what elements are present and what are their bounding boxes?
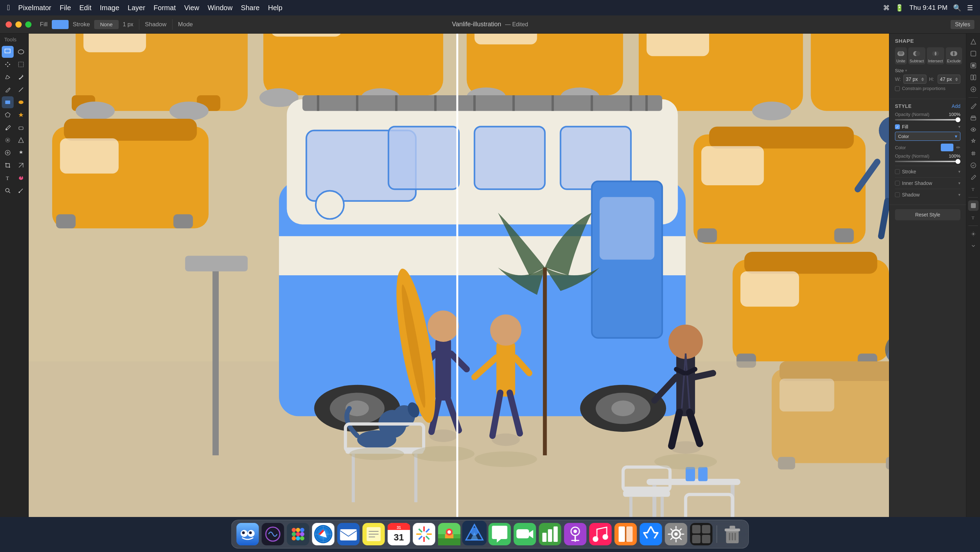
edge-tool-layers[interactable]	[968, 112, 978, 123]
dock-maps[interactable]	[438, 523, 461, 546]
dock-notes[interactable]	[363, 523, 385, 546]
tool-sharpen[interactable]	[15, 134, 27, 146]
dock-books[interactable]	[615, 523, 637, 546]
dock-mail[interactable]	[337, 523, 360, 546]
dock-facetime[interactable]	[514, 523, 536, 546]
tool-freeform[interactable]	[15, 172, 27, 184]
tool-rect-shape[interactable]	[2, 96, 14, 108]
tool-select-ellipse[interactable]	[15, 46, 27, 58]
menu-file[interactable]: File	[60, 4, 71, 12]
color-edit-button[interactable]: ✏	[956, 145, 960, 150]
tool-star[interactable]	[15, 109, 27, 121]
edge-tool-sparkle[interactable]	[968, 229, 978, 239]
color-swatch[interactable]	[941, 144, 953, 151]
notification-icon[interactable]: ☰	[967, 4, 973, 12]
tool-eyedropper[interactable]	[15, 71, 27, 83]
tool-blur[interactable]	[2, 134, 14, 146]
tool-clone[interactable]	[2, 147, 14, 159]
dock-photos2[interactable]	[690, 523, 713, 546]
dock-trash[interactable]	[721, 523, 744, 546]
dock-settings[interactable]	[665, 523, 687, 546]
tool-brush[interactable]	[2, 121, 14, 134]
dock-appstore[interactable]	[640, 523, 662, 546]
fill-opacity-thumb[interactable]	[956, 159, 960, 164]
width-stepper[interactable]	[921, 77, 924, 81]
opacity-thumb[interactable]	[956, 117, 960, 122]
fill-type-dropdown[interactable]: Color ▾	[895, 132, 960, 141]
add-style-button[interactable]: Add	[951, 103, 960, 109]
edge-tool-eye[interactable]	[968, 124, 978, 135]
edge-tool-type2[interactable]: T	[968, 212, 978, 223]
fullscreen-button[interactable]	[25, 21, 32, 28]
tool-zoom[interactable]	[2, 185, 14, 196]
tool-polygon[interactable]	[2, 109, 14, 121]
edge-tool-4[interactable]	[968, 72, 978, 83]
tool-eraser[interactable]	[15, 121, 27, 134]
dock-pixelmator[interactable]	[462, 521, 487, 546]
dock-finder[interactable]	[237, 523, 259, 546]
edge-tool-magic[interactable]	[968, 136, 978, 147]
menu-pixelmator[interactable]: Pixelmator	[18, 4, 51, 12]
tool-pen[interactable]	[2, 84, 14, 96]
menu-share[interactable]: Share	[241, 4, 259, 12]
tool-distort[interactable]	[15, 59, 27, 70]
menu-format[interactable]: Format	[154, 4, 176, 12]
dock-calendar[interactable]: 3131	[388, 523, 410, 546]
search-icon[interactable]: 🔍	[953, 4, 961, 12]
fill-opacity-slider[interactable]	[895, 161, 960, 162]
unite-button[interactable]: Unite	[895, 47, 907, 64]
dock-launchpad[interactable]	[287, 523, 309, 546]
styles-button[interactable]: Styles	[951, 20, 974, 29]
height-stepper[interactable]	[955, 77, 958, 81]
edge-tool-shape[interactable]	[968, 200, 978, 211]
stroke-checkbox[interactable]	[895, 169, 900, 174]
intersect-button[interactable]: Intersect	[927, 47, 944, 64]
dock-podcasts[interactable]	[564, 523, 587, 546]
edge-tool-1[interactable]	[968, 37, 978, 47]
tool-ellipse-shape[interactable]	[15, 96, 27, 108]
edge-tool-fx[interactable]	[968, 160, 978, 171]
tool-move[interactable]	[2, 59, 14, 70]
dock-photos[interactable]	[413, 523, 435, 546]
edge-tool-2[interactable]	[968, 48, 978, 59]
dock-safari[interactable]	[312, 523, 335, 546]
tool-repair[interactable]	[15, 147, 27, 159]
tool-custom[interactable]	[15, 185, 27, 196]
height-input[interactable]: 47 px	[938, 75, 961, 84]
tool-paint-bucket[interactable]	[2, 71, 14, 83]
menu-edit[interactable]: Edit	[80, 4, 91, 12]
edge-tool-text[interactable]: T	[968, 184, 978, 195]
stroke-dropdown[interactable]: None	[94, 20, 119, 29]
opacity-slider[interactable]	[895, 119, 960, 120]
stepper-down[interactable]	[921, 80, 924, 81]
canvas-area[interactable]	[29, 34, 889, 517]
edge-tool-brush2[interactable]	[968, 172, 978, 182]
apple-menu[interactable]: 	[7, 3, 10, 12]
tool-line[interactable]	[15, 84, 27, 96]
fill-checkbox[interactable]: ✓	[895, 124, 900, 129]
edge-tool-down[interactable]	[968, 241, 978, 251]
menu-image[interactable]: Image	[100, 4, 119, 12]
exclude-button[interactable]: Exclude	[946, 47, 962, 64]
tool-crop[interactable]	[2, 160, 14, 171]
minimize-button[interactable]	[15, 21, 22, 28]
close-button[interactable]	[6, 21, 12, 28]
stepper-down-h[interactable]	[955, 80, 958, 81]
subtract-button[interactable]: Subtract	[908, 47, 925, 64]
menu-view[interactable]: View	[184, 4, 199, 12]
tool-slice[interactable]	[15, 160, 27, 171]
dock-siri[interactable]	[262, 523, 284, 546]
tool-text[interactable]: T	[2, 172, 14, 184]
stepper-up[interactable]	[921, 77, 924, 79]
menu-window[interactable]: Window	[208, 4, 232, 12]
edge-tool-pen[interactable]	[968, 101, 978, 111]
edge-tool-5[interactable]	[968, 84, 978, 94]
menu-layer[interactable]: Layer	[128, 4, 145, 12]
tool-select-rect[interactable]	[2, 46, 14, 58]
inner-shadow-checkbox[interactable]	[895, 181, 900, 186]
dock-music[interactable]	[589, 523, 612, 546]
constrain-checkbox[interactable]	[895, 86, 900, 91]
shadow-checkbox[interactable]	[895, 192, 900, 197]
dock-numbers[interactable]	[539, 523, 562, 546]
stepper-up-h[interactable]	[955, 77, 958, 79]
